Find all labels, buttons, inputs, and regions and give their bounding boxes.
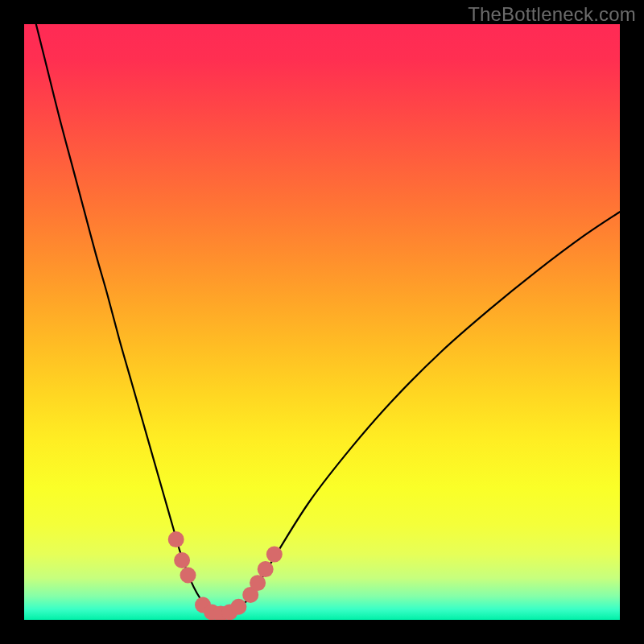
marker-group xyxy=(168,531,283,620)
marker-right-cluster-2 xyxy=(250,575,266,591)
marker-left-cluster-2 xyxy=(174,552,190,568)
marker-right-cluster-3 xyxy=(258,561,274,577)
marker-left-cluster-1 xyxy=(168,531,184,547)
curve-layer xyxy=(24,24,620,620)
watermark-text: TheBottleneck.com xyxy=(468,3,636,26)
chart-frame: TheBottleneck.com xyxy=(0,0,644,644)
plot-area xyxy=(24,24,620,620)
marker-left-cluster-3 xyxy=(180,568,196,584)
bottleneck-curve xyxy=(36,24,620,614)
marker-trough-5 xyxy=(230,599,246,615)
marker-right-cluster-4 xyxy=(266,547,283,563)
